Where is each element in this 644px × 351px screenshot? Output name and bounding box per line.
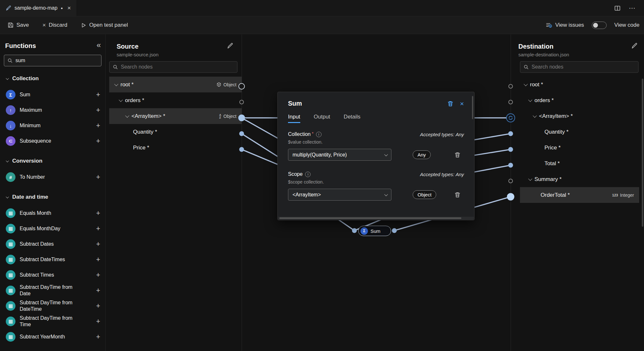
destination-node-total[interactable]: Total * bbox=[520, 156, 639, 171]
delete-function-icon[interactable] bbox=[447, 100, 454, 107]
view-code-toggle[interactable] bbox=[592, 22, 607, 29]
open-test-panel-button[interactable]: Open test panel bbox=[81, 22, 128, 28]
add-function-icon[interactable]: + bbox=[96, 90, 100, 99]
function-item-subtract-daytime-from-time[interactable]: ▦ Subtract DayTime from Time + bbox=[0, 314, 105, 329]
chevron-down-icon[interactable] bbox=[528, 177, 533, 181]
chevron-down-icon[interactable] bbox=[119, 98, 123, 102]
function-item-subtract-yearmonth[interactable]: ▦ Subtract YearMonth + bbox=[0, 329, 105, 345]
source-node-orders[interactable]: orders * bbox=[109, 92, 242, 108]
edit-source-icon[interactable] bbox=[227, 43, 233, 49]
destination-node-ordertotal[interactable]: OrderTotal * 123 Integer bbox=[520, 187, 639, 203]
destination-ordertotal-connector[interactable] bbox=[507, 193, 514, 201]
source-node-quantity[interactable]: Quantity * bbox=[109, 124, 242, 140]
destination-node-root[interactable]: root * bbox=[520, 77, 639, 92]
function-item-subtract-daytime-from-datetime[interactable]: ▦ Subtract DayTime from DateTime + bbox=[0, 298, 105, 314]
dialog-vertical-scrollbar[interactable] bbox=[472, 96, 473, 119]
function-item-subtract-datetimes[interactable]: ▦ Subtract DateTimes + bbox=[0, 252, 105, 267]
function-group-conversion[interactable]: Conversion bbox=[0, 155, 105, 167]
function-item-subtract-daytime-from-date[interactable]: ▦ Subtract DayTime from Date + bbox=[0, 283, 105, 298]
add-function-icon[interactable]: + bbox=[96, 302, 100, 310]
dialog-horizontal-scrollbar[interactable] bbox=[278, 217, 474, 220]
source-node-arrayitem[interactable]: <ArrayItem> * AZ Object bbox=[109, 108, 242, 124]
sum-node-input-connector[interactable] bbox=[352, 228, 357, 233]
add-function-icon[interactable]: + bbox=[96, 137, 100, 145]
destination-node-orders[interactable]: orders * bbox=[520, 92, 639, 108]
destination-orders-connector[interactable] bbox=[508, 100, 513, 104]
add-function-icon[interactable]: + bbox=[96, 209, 100, 217]
function-item-equals-monthday[interactable]: ▦ Equals MonthDay + bbox=[0, 221, 105, 236]
function-item-subsequence[interactable]: ⊂ Subsequence + bbox=[0, 133, 105, 149]
info-icon[interactable]: i bbox=[316, 132, 322, 137]
chevron-down-icon[interactable] bbox=[528, 98, 533, 102]
chevron-down-icon[interactable] bbox=[524, 82, 528, 86]
destination-arrayitem-loop-connector[interactable] bbox=[506, 113, 515, 122]
functions-scrollbar[interactable] bbox=[642, 79, 643, 227]
function-item-sum[interactable]: Σ Sum + bbox=[0, 87, 105, 102]
edge-multiply-to-sum[interactable] bbox=[337, 219, 354, 231]
function-item-subtract-times[interactable]: ▦ Subtract Times + bbox=[0, 267, 105, 283]
source-price-connector[interactable] bbox=[239, 147, 244, 152]
destination-node-quantity[interactable]: Quantity * bbox=[520, 124, 639, 140]
destination-price-connector[interactable] bbox=[508, 147, 513, 152]
functions-search-input[interactable] bbox=[15, 58, 98, 63]
destination-summary-connector[interactable] bbox=[508, 179, 513, 183]
destination-root-connector[interactable] bbox=[508, 84, 513, 89]
edge-to-dest-total[interactable] bbox=[475, 165, 511, 172]
function-item-equals-month[interactable]: ▦ Equals Month + bbox=[0, 205, 105, 221]
chevron-down-icon[interactable] bbox=[114, 82, 119, 86]
add-function-icon[interactable]: + bbox=[96, 240, 100, 248]
destination-node-price[interactable]: Price * bbox=[520, 140, 639, 156]
tab-close-icon[interactable]: × bbox=[67, 5, 71, 12]
function-group-date-time[interactable]: Date and time bbox=[0, 191, 105, 204]
add-function-icon[interactable]: + bbox=[96, 271, 100, 279]
more-actions-icon[interactable]: ⋯ bbox=[629, 4, 636, 12]
info-icon[interactable]: i bbox=[305, 172, 311, 177]
source-orders-connector[interactable] bbox=[239, 100, 244, 104]
collection-value-dropdown[interactable]: multiply(Quantity, Price) bbox=[288, 149, 391, 161]
source-node-price[interactable]: Price * bbox=[109, 140, 242, 156]
destination-search-input[interactable] bbox=[532, 64, 635, 70]
view-issues-button[interactable]: View issues bbox=[546, 22, 584, 28]
view-code-button[interactable]: View code bbox=[614, 22, 639, 28]
tab-input[interactable]: Input bbox=[288, 114, 300, 123]
scrollbar-thumb[interactable] bbox=[279, 217, 461, 219]
source-node-root[interactable]: root * Object bbox=[109, 77, 242, 92]
source-root-connector[interactable] bbox=[238, 83, 245, 90]
edge-to-dest-price[interactable] bbox=[475, 149, 511, 155]
destination-search[interactable] bbox=[520, 61, 639, 73]
chevron-down-icon[interactable] bbox=[125, 114, 130, 118]
remove-scope-input-icon[interactable] bbox=[454, 192, 461, 198]
tab-details[interactable]: Details bbox=[344, 114, 360, 123]
add-function-icon[interactable]: + bbox=[96, 173, 100, 181]
dialog-close-icon[interactable]: × bbox=[460, 100, 464, 107]
sum-node-output-connector[interactable] bbox=[392, 228, 397, 233]
add-function-icon[interactable]: + bbox=[96, 106, 100, 114]
save-button[interactable]: Save bbox=[8, 22, 29, 28]
function-item-to-number[interactable]: # To Number + bbox=[0, 169, 105, 185]
remove-collection-input-icon[interactable] bbox=[454, 152, 461, 158]
function-item-subtract-dates[interactable]: ▦ Subtract Dates + bbox=[0, 236, 105, 252]
add-function-icon[interactable]: + bbox=[96, 286, 100, 295]
collapse-panel-icon[interactable]: « bbox=[97, 42, 101, 48]
add-function-icon[interactable]: + bbox=[96, 333, 100, 341]
functions-search[interactable] bbox=[4, 55, 101, 66]
source-search[interactable] bbox=[109, 61, 237, 73]
source-search-input[interactable] bbox=[121, 64, 234, 70]
scope-value-dropdown[interactable]: <ArrayItem> bbox=[288, 189, 391, 201]
chevron-down-icon[interactable] bbox=[533, 114, 537, 118]
add-function-icon[interactable]: + bbox=[96, 121, 100, 130]
add-function-icon[interactable]: + bbox=[96, 317, 100, 326]
tab-output[interactable]: Output bbox=[314, 114, 330, 123]
destination-node-arrayitem[interactable]: <ArrayItem> * bbox=[520, 108, 639, 124]
destination-node-summary[interactable]: Summary * bbox=[520, 171, 639, 187]
tab-sample-demo-map[interactable]: sample-demo-map ● × bbox=[0, 0, 77, 16]
source-arrayitem-connector[interactable] bbox=[238, 115, 245, 121]
edge-to-dest-quantity[interactable] bbox=[475, 134, 511, 140]
sum-function-node[interactable]: Σ Sum bbox=[358, 226, 391, 236]
edit-destination-icon[interactable] bbox=[631, 43, 638, 49]
add-function-icon[interactable]: + bbox=[96, 255, 100, 264]
source-quantity-connector[interactable] bbox=[239, 131, 244, 136]
function-group-collection[interactable]: Collection bbox=[0, 72, 105, 85]
discard-button[interactable]: × Discard bbox=[43, 22, 67, 28]
destination-quantity-connector[interactable] bbox=[508, 131, 513, 136]
